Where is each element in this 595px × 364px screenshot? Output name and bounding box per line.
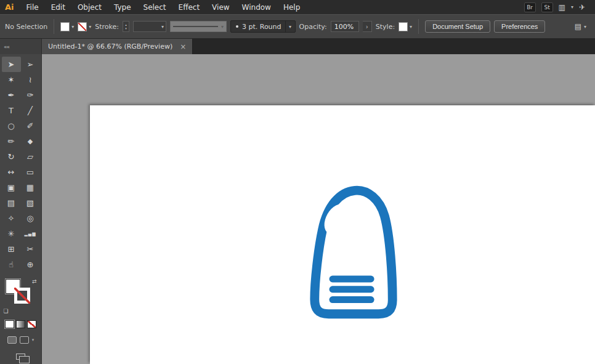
fill-swatch[interactable] <box>60 22 70 31</box>
document-tab-title: Untitled-1* @ 66.67% (RGB/Preview) <box>48 42 172 51</box>
stroke-color-dropdown[interactable]: ▾ <box>78 22 91 31</box>
document-tab-strip: «« Untitled-1* @ 66.67% (RGB/Preview) × <box>0 39 595 54</box>
control-bar-right: ▤ ▾ <box>575 22 590 31</box>
panel-options-icon[interactable]: ▤ <box>575 22 581 31</box>
hand-tool[interactable]: ☝ <box>2 257 21 272</box>
illustrator-window: Ai File Edit Object Type Select Effect V… <box>0 0 595 364</box>
bridge-button[interactable]: Br <box>524 2 536 12</box>
gradient-button[interactable] <box>16 320 25 328</box>
stroke-none-swatch[interactable] <box>78 22 87 31</box>
draw-behind-button[interactable] <box>20 336 29 344</box>
document-setup-button[interactable]: Document Setup <box>425 20 490 33</box>
stepper-down-icon[interactable]: ▾ <box>125 26 127 30</box>
collapse-tool-panel-chevron[interactable]: «« <box>0 39 42 54</box>
free-transform-tool[interactable]: ▭ <box>21 164 40 180</box>
panel-options-chevron-icon[interactable]: ▾ <box>584 24 586 30</box>
selection-tool[interactable]: ➤ <box>2 57 21 72</box>
default-fill-stroke-icon[interactable]: ❏ <box>4 308 9 314</box>
menu-edit[interactable]: Edit <box>45 0 71 14</box>
draw-mode-buttons: ▾ <box>7 336 34 344</box>
draw-mode-chevron-icon[interactable]: ▾ <box>32 338 34 342</box>
fill-stroke-indicator: ⇄ ❏ <box>4 278 38 312</box>
stroke-profile-preview <box>173 26 218 27</box>
menu-effect[interactable]: Effect <box>172 0 206 14</box>
stroke-weight-dropdown[interactable]: ▾ <box>133 21 166 32</box>
ellipse-tool[interactable]: ○ <box>2 118 21 134</box>
draw-normal-button[interactable] <box>7 336 17 344</box>
artboard-tool[interactable]: ⊞ <box>2 241 21 257</box>
pen-tool[interactable]: ✒ <box>2 87 21 103</box>
chevron-down-icon: ▾ <box>161 24 164 30</box>
main-area: ➤ ➢ ✶ ≀ ✒ ✑ T ╱ ○ ✐ ✏ ◆ ↻ ▱ ↔ ▭ ▣ ▦ ▤ ▧ <box>0 54 595 364</box>
chevron-down-icon: ▾ <box>221 24 224 30</box>
type-tool[interactable]: T <box>2 103 21 118</box>
change-screen-mode-icon[interactable] <box>16 354 25 360</box>
symbol-sprayer-tool[interactable]: ✳ <box>2 226 21 241</box>
app-logo[interactable]: Ai <box>0 2 20 12</box>
chevron-down-icon: ▾ <box>410 24 412 30</box>
menu-help[interactable]: Help <box>277 0 306 14</box>
pencil-tool[interactable]: ✏ <box>2 134 21 149</box>
canvas-area[interactable] <box>42 54 595 364</box>
eraser-tool[interactable]: ◆ <box>21 134 40 149</box>
eyedropper-tool[interactable]: ✧ <box>2 211 21 226</box>
menu-bar: Ai File Edit Object Type Select Effect V… <box>0 0 595 14</box>
style-swatch[interactable] <box>399 22 408 31</box>
chevron-down-icon: ▾ <box>89 24 91 30</box>
line-segment-tool[interactable]: ╱ <box>21 103 40 118</box>
curvature-tool[interactable]: ✑ <box>21 87 40 103</box>
arrange-documents-icon[interactable]: ▥ <box>559 3 565 12</box>
fill-color-dropdown[interactable]: ▾ <box>60 22 74 31</box>
tool-grid: ➤ ➢ ✶ ≀ ✒ ✑ T ╱ ○ ✐ ✏ ◆ ↻ ▱ ↔ ▭ ▣ ▦ ▤ ▧ <box>2 57 40 272</box>
bottle-logo-artwork[interactable] <box>305 184 402 323</box>
stroke-weight-stepper[interactable]: ▴ ▾ <box>123 21 129 32</box>
brush-name: 3 pt. Round <box>242 23 281 31</box>
brush-definition-dropdown[interactable]: 3 pt. Round ▾ <box>230 20 296 33</box>
slice-tool[interactable]: ✂ <box>21 241 40 257</box>
paintbrush-tool[interactable]: ✐ <box>21 118 40 134</box>
label-bar-1 <box>330 276 374 283</box>
gradient-tool[interactable]: ▧ <box>21 195 40 211</box>
magic-wand-tool[interactable]: ✶ <box>2 72 21 87</box>
chevron-down-icon[interactable]: ▾ <box>285 20 295 33</box>
menu-type[interactable]: Type <box>108 0 137 14</box>
arrange-documents-chevron-icon[interactable]: ▾ <box>571 4 573 10</box>
menu-window[interactable]: Window <box>236 0 277 14</box>
perspective-grid-tool[interactable]: ▦ <box>21 180 40 195</box>
stroke-label: Stroke: <box>95 23 119 31</box>
direct-selection-tool[interactable]: ➢ <box>21 57 40 72</box>
lasso-tool[interactable]: ≀ <box>21 72 40 87</box>
preferences-button[interactable]: Preferences <box>494 20 545 33</box>
label-bar-2 <box>330 286 374 293</box>
divider <box>418 19 419 34</box>
opacity-label: Opacity: <box>299 23 327 31</box>
width-tool[interactable]: ↔ <box>2 164 21 180</box>
style-dropdown[interactable]: ▾ <box>399 22 412 31</box>
zoom-tool[interactable]: ⊕ <box>21 257 40 272</box>
color-button[interactable] <box>5 320 14 328</box>
opacity-flyout-button[interactable]: › <box>363 21 372 32</box>
divider <box>54 19 54 34</box>
document-tab[interactable]: Untitled-1* @ 66.67% (RGB/Preview) × <box>42 39 193 54</box>
column-graph-tool[interactable]: ▂▄▆ <box>21 226 40 241</box>
label-bar-3 <box>330 296 374 303</box>
stroke-color-indicator[interactable] <box>14 288 30 304</box>
swap-fill-stroke-icon[interactable]: ⇄ <box>32 278 37 285</box>
shape-builder-tool[interactable]: ▣ <box>2 180 21 195</box>
mesh-tool[interactable]: ▤ <box>2 195 21 211</box>
stock-button[interactable]: St <box>541 2 553 12</box>
none-button[interactable] <box>27 320 36 328</box>
tool-panel: ➤ ➢ ✶ ≀ ✒ ✑ T ╱ ○ ✐ ✏ ◆ ↻ ▱ ↔ ▭ ▣ ▦ ▤ ▧ <box>0 54 42 364</box>
menu-object[interactable]: Object <box>71 0 108 14</box>
rotate-tool[interactable]: ↻ <box>2 149 21 164</box>
bottle-outline-path <box>315 190 392 314</box>
tab-close-icon[interactable]: × <box>180 42 186 51</box>
scale-tool[interactable]: ▱ <box>21 149 40 164</box>
menu-view[interactable]: View <box>206 0 235 14</box>
menu-select[interactable]: Select <box>137 0 172 14</box>
menu-file[interactable]: File <box>20 0 45 14</box>
menu-bar-right: Br St ▥ ▾ ✈ <box>524 2 595 12</box>
opacity-field[interactable]: 100% <box>331 21 359 32</box>
blend-tool[interactable]: ◎ <box>21 211 40 226</box>
gpu-performance-rocket-icon[interactable]: ✈ <box>579 3 585 12</box>
